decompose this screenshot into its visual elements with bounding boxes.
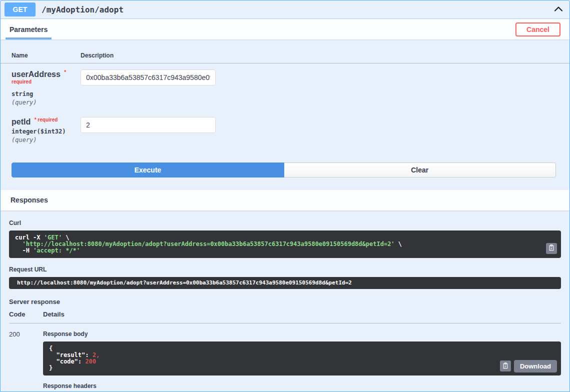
operation-summary-bar[interactable]: GET /myAdoption/adopt (1, 0, 569, 19)
copy-icon (502, 362, 509, 370)
response-details-cell: Response body { "result": 2, "code": 200… (43, 330, 561, 392)
column-description: Description (81, 52, 558, 59)
response-headers-label: Response headers (43, 382, 561, 390)
chevron-up-icon (553, 4, 563, 15)
tab-parameters[interactable]: Parameters (6, 19, 52, 40)
param-name: petId (12, 118, 31, 126)
curl-label: Curl (9, 220, 561, 226)
execute-wrapper: Execute Clear (12, 162, 556, 178)
responses-inner: Curl curl -X 'GET' \ 'http://localhost:8… (1, 210, 569, 392)
param-type: string (12, 90, 81, 98)
response-body-label: Response body (43, 330, 561, 338)
request-url-value: http://localhost:8080/myAdoption/adopt?u… (9, 277, 561, 289)
copy-curl-button[interactable] (546, 243, 557, 254)
execute-button[interactable]: Execute (12, 162, 284, 178)
param-row-petid: petId * required integer($int32) (query) (1, 111, 569, 148)
opblock-get: GET /myAdoption/adopt Parameters Cancel … (0, 0, 570, 392)
param-type: integer($int32) (12, 128, 81, 135)
collapse-button[interactable] (552, 4, 564, 16)
curl-command-block: curl -X 'GET' \ 'http://localhost:8080/m… (9, 230, 561, 258)
parameters-table-head: Name Description (1, 52, 569, 64)
method-badge: GET (5, 2, 36, 16)
column-name: Name (12, 52, 81, 59)
server-response-label: Server response (9, 298, 561, 306)
required-badge: * required (35, 117, 58, 122)
copy-response-button[interactable] (500, 360, 511, 372)
copy-icon (548, 244, 555, 252)
param-in: (query) (12, 136, 81, 144)
petid-input[interactable] (81, 117, 216, 133)
param-meta: petId * required integer($int32) (query) (12, 117, 81, 144)
responses-title: Responses (6, 196, 48, 204)
status-code: 200 (9, 330, 43, 392)
response-body-block: { "result": 2, "code": 200} Download (43, 342, 561, 376)
useraddress-input[interactable] (81, 70, 216, 86)
param-description-cell (81, 70, 558, 106)
cancel-button[interactable]: Cancel (515, 22, 560, 36)
endpoint-path: /myAdoption/adopt (42, 5, 124, 14)
param-name: userAddress (12, 70, 61, 78)
tab-parameters-label: Parameters (10, 26, 48, 34)
parameters-table: Name Description userAddress * required … (1, 40, 569, 178)
clear-button[interactable]: Clear (284, 162, 556, 178)
column-code: Code (9, 310, 43, 318)
download-button[interactable]: Download (514, 360, 557, 372)
server-response-row: 200 Response body { "result": 2, "code":… (9, 324, 561, 392)
param-in: (query) (12, 99, 81, 106)
param-description-cell (81, 117, 558, 144)
parameters-section-header: Parameters Cancel (1, 19, 569, 40)
column-details: Details (43, 310, 561, 318)
param-meta: userAddress * required string (query) (12, 70, 81, 106)
param-row-useraddress: userAddress * required string (query) (1, 64, 569, 111)
responses-section-header: Responses (1, 190, 569, 210)
server-response-table-head: Code Details (9, 310, 561, 324)
request-url-label: Request URL (9, 266, 561, 273)
